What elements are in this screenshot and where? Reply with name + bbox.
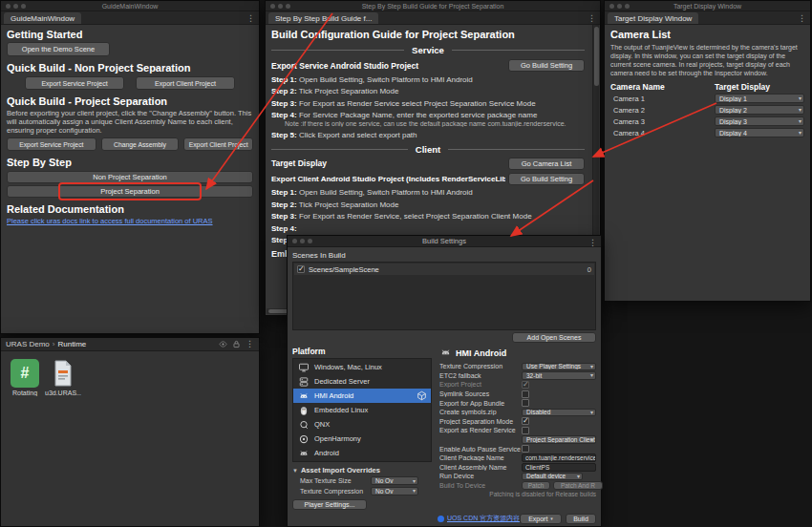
change-assembly-button[interactable]: Change Assembly	[101, 137, 180, 151]
minimize-button[interactable]	[300, 239, 305, 243]
zoom-button[interactable]	[286, 4, 290, 9]
export-app-bundle-checkbox[interactable]	[522, 399, 529, 407]
export-project-checkbox[interactable]	[522, 381, 529, 389]
build-config-guide-heading: Build Configuration Guide for Project Se…	[271, 29, 585, 40]
scene-row[interactable]: Scenes/SampleScene 0	[294, 264, 594, 275]
close-button[interactable]	[609, 4, 614, 9]
camera-row-1: Camera 1 Display 1	[610, 94, 804, 103]
override-label: Max Texture Size	[292, 477, 371, 484]
uras-docs-link[interactable]: Please click uras docs link to access fu…	[7, 217, 213, 225]
pane-menu-icon[interactable]: ⋮	[246, 13, 255, 23]
menu-icon[interactable]: ⋮	[246, 340, 254, 348]
tab-guide-main-window[interactable]: GuideMainWindow	[4, 12, 81, 24]
ps-export-client-button[interactable]: Export Client Project	[183, 137, 253, 151]
step-text: Tick Project Separation Mode	[299, 200, 399, 209]
asset-item-rotating[interactable]: # Rotating	[7, 359, 43, 396]
player-settings-button[interactable]: Player Settings...	[292, 499, 367, 510]
pane-menu-icon[interactable]: ⋮	[588, 13, 596, 23]
platform-hmi-android[interactable]: HMI Android	[293, 389, 431, 403]
zoom-button[interactable]	[625, 4, 630, 9]
ps-export-service-button[interactable]: Export Service Project	[7, 137, 96, 151]
visibility-icon[interactable]	[219, 340, 227, 348]
client-package-name-field[interactable]: com.tuanjie.renderserviceclient	[522, 453, 596, 462]
client-step-1: Step 1: Open Build Setting, Switch Platf…	[271, 188, 585, 197]
target-display-select-1[interactable]: Display 1	[715, 94, 804, 103]
platform-embedded-linux[interactable]: Embedded Linux	[293, 403, 431, 417]
platform-label: Windows, Mac, Linux	[314, 363, 382, 371]
platform-label: Embedded Linux	[314, 406, 368, 414]
minimize-button[interactable]	[13, 4, 18, 9]
platform-dedicated-server[interactable]: Dedicated Server	[293, 374, 431, 389]
zoom-button[interactable]	[21, 4, 26, 9]
go-build-setting-button-service[interactable]: Go Build Setting	[508, 59, 585, 72]
setting-label: Client Package Name	[439, 454, 522, 461]
lock-icon[interactable]	[232, 340, 241, 348]
project-separation-button[interactable]: Project Separation	[7, 185, 253, 198]
close-button[interactable]	[270, 4, 275, 9]
patch-and-run-button[interactable]: Patch And R	[553, 481, 603, 490]
patch-note: Patching is disabled for Release builds	[439, 491, 596, 497]
minimize-button[interactable]	[278, 4, 283, 9]
etc2-fallback-select[interactable]: 32-bit	[522, 371, 596, 380]
platform-qnx[interactable]: QNX	[293, 417, 431, 432]
breadcrumb-root[interactable]: URAS Demo	[6, 340, 50, 348]
go-build-setting-button-client[interactable]: Go Build Setting	[508, 173, 585, 185]
camera-name: Camera 3	[610, 117, 645, 126]
setting-export-app-bundle: Export for App Bundle	[439, 398, 596, 408]
scrollbar-thumb[interactable]	[594, 27, 599, 86]
create-symbols-select[interactable]: Disabled	[522, 409, 596, 417]
max-texture-size-select[interactable]: No Ov	[371, 476, 418, 485]
target-display-select-2[interactable]: Display 2	[715, 105, 804, 115]
run-device-select[interactable]: Default device	[522, 473, 583, 481]
go-camera-list-button[interactable]: Go Camera List	[508, 158, 585, 170]
setting-create-symbols: Create symbols.zip Disabled	[439, 408, 596, 417]
uos-cdn-link[interactable]: UOS CDN 官方资源内容分发,提速降本	[438, 514, 520, 523]
target-display-select-3[interactable]: Display 3	[715, 116, 804, 126]
asset-import-overrides-foldout[interactable]: ▼ Asset Import Overrides	[292, 466, 432, 474]
penguin-icon	[297, 405, 310, 416]
platform-column: Platform Windows, Mac, Linux Dedicated S…	[292, 347, 432, 510]
service-step-4: Step 4: For Service Package Name, enter …	[271, 111, 585, 119]
export-as-render-service-checkbox[interactable]	[522, 427, 529, 434]
setting-label: Symlink Sources	[439, 390, 522, 397]
platform-openharmony[interactable]: OpenHarmony	[293, 432, 431, 446]
step-text: Tick Project Separation Mode	[299, 87, 399, 95]
enable-auto-pause-checkbox[interactable]	[522, 445, 529, 453]
project-separation-mode-select[interactable]: Project Separation Client Mode	[522, 435, 596, 444]
texture-compression-override-select[interactable]: No Ov	[371, 487, 418, 495]
platform-android[interactable]: Android	[293, 446, 431, 460]
minimize-button[interactable]	[617, 4, 622, 9]
export-service-project-button[interactable]: Export Service Project	[25, 76, 124, 90]
zoom-button[interactable]	[308, 239, 312, 243]
non-project-separation-button[interactable]: Non Project Separation	[7, 171, 253, 183]
texture-compression-select[interactable]: Use Player Settings	[522, 363, 596, 371]
scene-checkbox[interactable]	[297, 265, 305, 273]
add-open-scenes-button[interactable]: Add Open Scenes	[512, 332, 596, 343]
platform-header: Platform	[292, 347, 432, 356]
client-assembly-name-field[interactable]: ClientPS	[522, 463, 596, 472]
export-client-project-button[interactable]: Export Client Project	[136, 76, 235, 90]
tab-target-display-window[interactable]: Target Display Window	[608, 12, 698, 24]
platform-windows-mac-linux[interactable]: Windows, Mac, Linux	[293, 360, 431, 374]
service-step-5: Step 5: Click Export and select export p…	[271, 131, 585, 139]
asset-file-icon	[49, 359, 77, 388]
symlink-sources-checkbox[interactable]	[522, 390, 529, 398]
asset-item-u3d-uras[interactable]: u3d.URAS...	[45, 359, 81, 396]
ps-description: Before exporting your client project, cl…	[7, 109, 253, 135]
breadcrumb-current[interactable]: Runtime	[57, 340, 86, 348]
tab-step-by-step-guide[interactable]: Step By Step Build Guide f...	[268, 12, 378, 24]
window-controls	[270, 4, 290, 9]
steps-tabstrip: Step By Step Build Guide f... ⋮	[266, 11, 600, 25]
menu-icon[interactable]: ⋮	[588, 238, 597, 247]
project-separation-mode-checkbox[interactable]	[522, 417, 529, 425]
target-display-select-4[interactable]: Display 4	[715, 128, 804, 137]
export-button[interactable]: Export ▾	[520, 514, 562, 524]
close-button[interactable]	[6, 4, 11, 9]
patch-button[interactable]: Patch	[522, 481, 550, 490]
pane-menu-icon[interactable]: ⋮	[798, 13, 806, 23]
build-button[interactable]: Build	[566, 514, 596, 524]
open-demo-scene-button[interactable]: Open the Demo Scene	[7, 42, 110, 56]
close-button[interactable]	[292, 239, 297, 243]
build-settings-titlebar: Build Settings ⋮	[288, 236, 601, 247]
breadcrumb-arrow-icon: ›	[53, 340, 55, 348]
